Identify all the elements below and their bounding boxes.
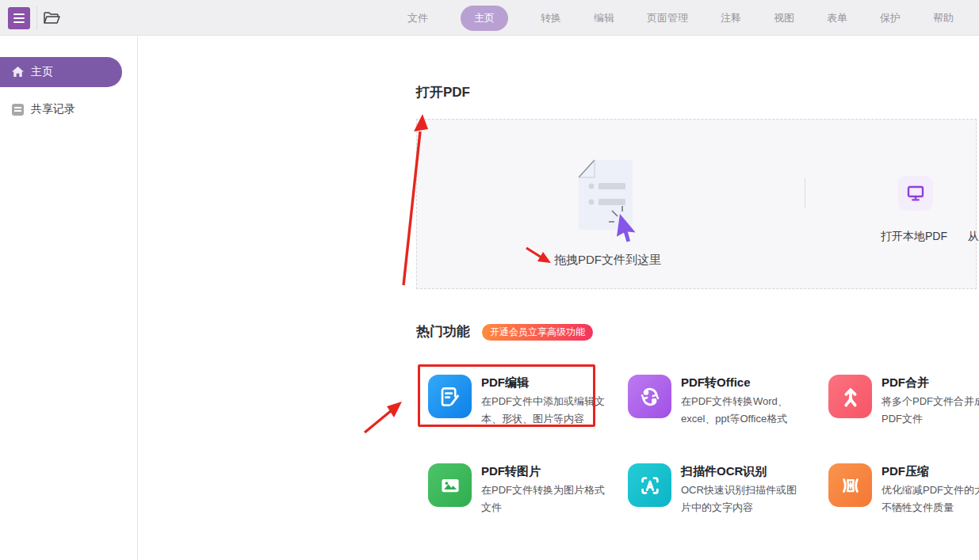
- tab-help[interactable]: 帮助: [933, 11, 954, 25]
- sidebar-item-label: 共享记录: [31, 102, 75, 116]
- feature-card-pdf-to-image[interactable]: PDF转图片 在PDF文件转换为图片格式 文件: [428, 463, 605, 516]
- feature-card-pdf-merge[interactable]: PDF合并 将多个PDF文件合并成一 PDF文件: [828, 375, 979, 428]
- sidebar-item-home[interactable]: 主页: [0, 57, 122, 87]
- top-toolbar: 文件 主页 转换 编辑 页面管理 注释 视图 表单 保护 帮助: [0, 0, 979, 36]
- tab-comment[interactable]: 注释: [721, 11, 741, 25]
- tab-edit[interactable]: 编辑: [594, 11, 614, 25]
- ocr-scan-icon: [628, 463, 671, 507]
- tab-form[interactable]: 表单: [827, 11, 847, 25]
- tab-file[interactable]: 文件: [407, 11, 428, 25]
- left-sidebar: 主页 共享记录: [0, 36, 138, 560]
- open-folder-icon[interactable]: [42, 9, 61, 28]
- card-desc-line: 在PDF文件转换为图片格式: [481, 482, 605, 499]
- card-desc-line: PDF文件: [881, 410, 979, 428]
- dropzone-hint-text: 拖拽PDF文件到这里: [554, 253, 661, 268]
- hot-features-heading: 热门功能: [416, 322, 470, 341]
- card-title: PDF合并: [881, 375, 979, 390]
- merge-arrow-icon: [828, 375, 872, 418]
- card-desc-line: 在PDF文件中添加或编辑文: [481, 393, 605, 410]
- edit-doc-icon: [428, 375, 472, 418]
- card-title: PDF转图片: [481, 464, 605, 479]
- tab-home[interactable]: 主页: [461, 6, 508, 31]
- card-desc-line: 将多个PDF文件合并成一: [881, 393, 979, 410]
- monitor-icon: [906, 185, 925, 202]
- card-desc-line: OCR快速识别扫描件或图: [681, 482, 797, 499]
- clipped-option-label[interactable]: 从: [968, 230, 979, 244]
- feature-card-ocr[interactable]: 扫描件OCR识别 OCR快速识别扫描件或图 片中的文字内容: [628, 463, 797, 516]
- card-desc-line: 本、形状、图片等内容: [481, 410, 605, 428]
- feature-card-pdf-edit[interactable]: PDF编辑 在PDF文件中添加或编辑文 本、形状、图片等内容: [428, 375, 605, 428]
- toolbar-divider: [36, 6, 37, 29]
- card-title: PDF编辑: [481, 375, 605, 390]
- open-local-pdf-label[interactable]: 打开本地PDF: [881, 230, 947, 244]
- card-desc-line: 片中的文字内容: [681, 499, 797, 516]
- hamburger-menu-button[interactable]: [8, 7, 30, 29]
- tab-view[interactable]: 视图: [774, 11, 794, 25]
- tab-protect[interactable]: 保护: [880, 11, 901, 25]
- open-pdf-heading: 打开PDF: [416, 83, 470, 101]
- feature-card-pdf-compress[interactable]: PDF压缩 优化缩减PDF文件的大小 不牺牲文件质量: [828, 463, 979, 516]
- card-desc-line: 在PDF文件转换Word、: [681, 393, 788, 410]
- pdf-dropzone[interactable]: [416, 119, 977, 289]
- card-title: PDF转Office: [681, 375, 788, 390]
- card-desc-line: excel、ppt等Office格式: [681, 410, 788, 428]
- annotation-arrow-pdf-edit-card: [358, 393, 412, 439]
- feature-card-pdf-to-office[interactable]: PDF转Office 在PDF文件转换Word、 excel、ppt等Offic…: [628, 375, 788, 428]
- convert-sync-icon: [628, 375, 671, 418]
- tab-page-manage[interactable]: 页面管理: [647, 11, 688, 25]
- open-local-pdf-button[interactable]: [898, 176, 933, 211]
- dropzone-divider: [805, 178, 805, 208]
- home-icon: [11, 66, 24, 78]
- image-icon: [428, 463, 472, 507]
- card-desc-line: 优化缩减PDF文件的大小: [881, 482, 979, 499]
- card-title: 扫描件OCR识别: [681, 464, 797, 479]
- share-record-icon: [11, 103, 24, 116]
- card-desc-line: 文件: [481, 499, 605, 516]
- sidebar-item-label: 主页: [31, 65, 53, 79]
- compress-icon: [828, 463, 872, 507]
- card-title: PDF压缩: [881, 464, 979, 479]
- vip-promo-badge[interactable]: 开通会员立享高级功能: [482, 324, 593, 341]
- sidebar-item-share-records[interactable]: 共享记录: [0, 100, 122, 119]
- tab-convert[interactable]: 转换: [541, 11, 561, 25]
- ribbon-tabs: 文件 主页 转换 编辑 页面管理 注释 视图 表单 保护 帮助: [407, 0, 979, 36]
- card-desc-line: 不牺牲文件质量: [881, 499, 979, 516]
